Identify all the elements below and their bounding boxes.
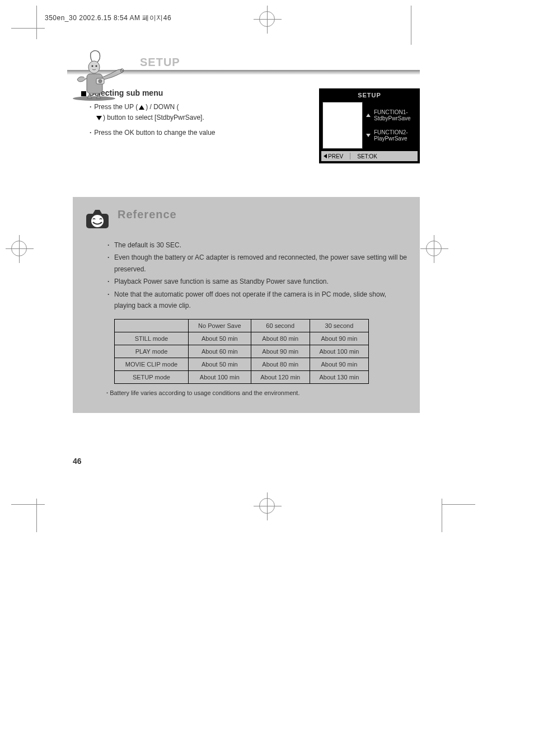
table-caption: · Battery life varies according to usage… [106,389,407,396]
reference-item: ·Playback Power save function is same as… [107,276,407,287]
page-number: 46 [73,457,82,466]
table-header-row: No Power Save 60 second 30 second [115,320,369,332]
lcd-function-row: FUNCTION2-PlayPwrSave [366,129,414,142]
crop-mark [411,6,444,39]
table-row: SETUP mode About 100 min About 120 min A… [115,371,369,384]
reference-title: Reference [118,208,177,221]
instruction-step: ·Press the OK button to change the value [90,128,308,138]
table-row: STILL mode About 50 min About 80 min Abo… [115,332,369,345]
crop-mark [426,241,442,256]
svg-point-0 [73,96,115,101]
reference-item: ·Even though the battery or AC adapter i… [107,252,407,275]
reference-item: ·The default is 30 SEC. [107,240,407,251]
svg-point-9 [91,215,104,227]
mascot-icon [67,45,134,101]
svg-point-1 [88,61,100,73]
svg-point-3 [96,65,97,67]
lcd-screen: SETUP FUNCTION1-StdbyPwrSave FUNCTION2-P… [319,88,420,163]
down-arrow-icon [366,134,371,137]
lcd-title: SETUP [321,91,418,101]
lcd-footer: PREV SET:OK [321,151,418,161]
camera-smile-icon [85,208,110,229]
crop-mark [11,6,45,39]
print-header: 350en_30 2002.6.15 8:54 AM 페이지46 [45,13,171,23]
svg-point-7 [99,79,102,83]
reference-item: ·Note that the automatic power off does … [107,289,407,312]
crop-mark [259,11,275,27]
svg-point-2 [92,65,93,67]
table-row: MOVIE CLIP mode About 50 min About 80 mi… [115,358,369,371]
table-row: PLAY mode About 60 min About 90 min Abou… [115,345,369,358]
lcd-function-row: FUNCTION1-StdbyPwrSave [366,109,414,121]
instruction-step: ·Press the UP () / DOWN ( ) button to se… [90,102,308,123]
down-arrow-icon [96,116,102,120]
up-arrow-icon [139,105,144,110]
reference-panel: Reference ·The default is 30 SEC. ·Even … [73,197,420,413]
battery-life-table: No Power Save 60 second 30 second STILL … [114,319,369,384]
left-arrow-icon [324,154,327,158]
up-arrow-icon [366,114,371,117]
crop-mark [259,498,275,514]
section-title: SETUP [140,56,420,69]
crop-mark [11,241,27,256]
lcd-preview [322,102,363,149]
